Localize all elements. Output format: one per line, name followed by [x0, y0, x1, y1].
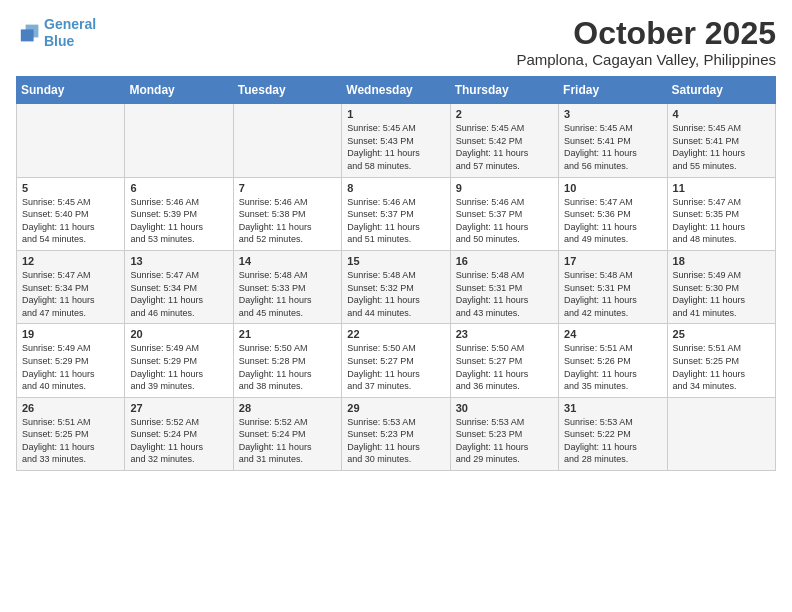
day-number: 5 [22, 182, 119, 194]
day-number: 31 [564, 402, 661, 414]
day-info: Sunrise: 5:53 AM Sunset: 5:23 PM Dayligh… [347, 416, 444, 466]
day-cell: 29Sunrise: 5:53 AM Sunset: 5:23 PM Dayli… [342, 397, 450, 470]
weekday-header-friday: Friday [559, 77, 667, 104]
day-cell: 20Sunrise: 5:49 AM Sunset: 5:29 PM Dayli… [125, 324, 233, 397]
day-info: Sunrise: 5:45 AM Sunset: 5:41 PM Dayligh… [564, 122, 661, 172]
day-cell: 14Sunrise: 5:48 AM Sunset: 5:33 PM Dayli… [233, 250, 341, 323]
day-cell: 15Sunrise: 5:48 AM Sunset: 5:32 PM Dayli… [342, 250, 450, 323]
day-cell: 7Sunrise: 5:46 AM Sunset: 5:38 PM Daylig… [233, 177, 341, 250]
day-info: Sunrise: 5:52 AM Sunset: 5:24 PM Dayligh… [239, 416, 336, 466]
day-cell: 18Sunrise: 5:49 AM Sunset: 5:30 PM Dayli… [667, 250, 775, 323]
week-row-4: 19Sunrise: 5:49 AM Sunset: 5:29 PM Dayli… [17, 324, 776, 397]
day-cell: 27Sunrise: 5:52 AM Sunset: 5:24 PM Dayli… [125, 397, 233, 470]
day-number: 24 [564, 328, 661, 340]
day-number: 20 [130, 328, 227, 340]
weekday-header-wednesday: Wednesday [342, 77, 450, 104]
day-cell: 30Sunrise: 5:53 AM Sunset: 5:23 PM Dayli… [450, 397, 558, 470]
day-cell: 4Sunrise: 5:45 AM Sunset: 5:41 PM Daylig… [667, 104, 775, 177]
day-number: 12 [22, 255, 119, 267]
day-cell: 13Sunrise: 5:47 AM Sunset: 5:34 PM Dayli… [125, 250, 233, 323]
day-number: 27 [130, 402, 227, 414]
day-number: 15 [347, 255, 444, 267]
week-row-1: 1Sunrise: 5:45 AM Sunset: 5:43 PM Daylig… [17, 104, 776, 177]
weekday-header-tuesday: Tuesday [233, 77, 341, 104]
day-cell: 16Sunrise: 5:48 AM Sunset: 5:31 PM Dayli… [450, 250, 558, 323]
week-row-3: 12Sunrise: 5:47 AM Sunset: 5:34 PM Dayli… [17, 250, 776, 323]
day-info: Sunrise: 5:47 AM Sunset: 5:34 PM Dayligh… [130, 269, 227, 319]
weekday-header-saturday: Saturday [667, 77, 775, 104]
day-number: 21 [239, 328, 336, 340]
week-row-5: 26Sunrise: 5:51 AM Sunset: 5:25 PM Dayli… [17, 397, 776, 470]
day-number: 23 [456, 328, 553, 340]
day-info: Sunrise: 5:50 AM Sunset: 5:27 PM Dayligh… [347, 342, 444, 392]
day-info: Sunrise: 5:46 AM Sunset: 5:37 PM Dayligh… [456, 196, 553, 246]
day-number: 6 [130, 182, 227, 194]
day-info: Sunrise: 5:46 AM Sunset: 5:38 PM Dayligh… [239, 196, 336, 246]
day-cell: 3Sunrise: 5:45 AM Sunset: 5:41 PM Daylig… [559, 104, 667, 177]
day-cell: 26Sunrise: 5:51 AM Sunset: 5:25 PM Dayli… [17, 397, 125, 470]
day-cell: 10Sunrise: 5:47 AM Sunset: 5:36 PM Dayli… [559, 177, 667, 250]
day-cell: 31Sunrise: 5:53 AM Sunset: 5:22 PM Dayli… [559, 397, 667, 470]
day-cell: 2Sunrise: 5:45 AM Sunset: 5:42 PM Daylig… [450, 104, 558, 177]
day-cell: 8Sunrise: 5:46 AM Sunset: 5:37 PM Daylig… [342, 177, 450, 250]
day-info: Sunrise: 5:45 AM Sunset: 5:43 PM Dayligh… [347, 122, 444, 172]
day-info: Sunrise: 5:45 AM Sunset: 5:42 PM Dayligh… [456, 122, 553, 172]
day-number: 16 [456, 255, 553, 267]
header: General Blue October 2025 Pamplona, Caga… [16, 16, 776, 68]
day-info: Sunrise: 5:52 AM Sunset: 5:24 PM Dayligh… [130, 416, 227, 466]
day-cell: 1Sunrise: 5:45 AM Sunset: 5:43 PM Daylig… [342, 104, 450, 177]
day-info: Sunrise: 5:51 AM Sunset: 5:25 PM Dayligh… [22, 416, 119, 466]
day-number: 11 [673, 182, 770, 194]
day-info: Sunrise: 5:48 AM Sunset: 5:33 PM Dayligh… [239, 269, 336, 319]
day-info: Sunrise: 5:47 AM Sunset: 5:35 PM Dayligh… [673, 196, 770, 246]
day-number: 4 [673, 108, 770, 120]
weekday-header-sunday: Sunday [17, 77, 125, 104]
day-info: Sunrise: 5:49 AM Sunset: 5:29 PM Dayligh… [22, 342, 119, 392]
day-cell: 23Sunrise: 5:50 AM Sunset: 5:27 PM Dayli… [450, 324, 558, 397]
day-info: Sunrise: 5:53 AM Sunset: 5:23 PM Dayligh… [456, 416, 553, 466]
location-title: Pamplona, Cagayan Valley, Philippines [516, 51, 776, 68]
day-number: 19 [22, 328, 119, 340]
logo-icon [16, 23, 40, 43]
day-number: 29 [347, 402, 444, 414]
day-cell: 22Sunrise: 5:50 AM Sunset: 5:27 PM Dayli… [342, 324, 450, 397]
day-cell: 5Sunrise: 5:45 AM Sunset: 5:40 PM Daylig… [17, 177, 125, 250]
day-info: Sunrise: 5:51 AM Sunset: 5:26 PM Dayligh… [564, 342, 661, 392]
weekday-header-thursday: Thursday [450, 77, 558, 104]
day-info: Sunrise: 5:45 AM Sunset: 5:41 PM Dayligh… [673, 122, 770, 172]
day-number: 2 [456, 108, 553, 120]
day-number: 3 [564, 108, 661, 120]
day-number: 8 [347, 182, 444, 194]
day-number: 22 [347, 328, 444, 340]
day-cell: 21Sunrise: 5:50 AM Sunset: 5:28 PM Dayli… [233, 324, 341, 397]
day-info: Sunrise: 5:45 AM Sunset: 5:40 PM Dayligh… [22, 196, 119, 246]
day-number: 1 [347, 108, 444, 120]
day-number: 10 [564, 182, 661, 194]
day-number: 9 [456, 182, 553, 194]
day-number: 13 [130, 255, 227, 267]
day-cell: 25Sunrise: 5:51 AM Sunset: 5:25 PM Dayli… [667, 324, 775, 397]
day-info: Sunrise: 5:46 AM Sunset: 5:37 PM Dayligh… [347, 196, 444, 246]
day-info: Sunrise: 5:48 AM Sunset: 5:32 PM Dayligh… [347, 269, 444, 319]
day-cell: 24Sunrise: 5:51 AM Sunset: 5:26 PM Dayli… [559, 324, 667, 397]
day-info: Sunrise: 5:47 AM Sunset: 5:34 PM Dayligh… [22, 269, 119, 319]
day-number: 18 [673, 255, 770, 267]
day-cell: 17Sunrise: 5:48 AM Sunset: 5:31 PM Dayli… [559, 250, 667, 323]
day-number: 26 [22, 402, 119, 414]
day-cell [233, 104, 341, 177]
day-cell: 11Sunrise: 5:47 AM Sunset: 5:35 PM Dayli… [667, 177, 775, 250]
day-info: Sunrise: 5:49 AM Sunset: 5:30 PM Dayligh… [673, 269, 770, 319]
week-row-2: 5Sunrise: 5:45 AM Sunset: 5:40 PM Daylig… [17, 177, 776, 250]
logo: General Blue [16, 16, 96, 50]
day-cell: 28Sunrise: 5:52 AM Sunset: 5:24 PM Dayli… [233, 397, 341, 470]
day-info: Sunrise: 5:48 AM Sunset: 5:31 PM Dayligh… [564, 269, 661, 319]
day-cell [17, 104, 125, 177]
day-cell: 6Sunrise: 5:46 AM Sunset: 5:39 PM Daylig… [125, 177, 233, 250]
day-info: Sunrise: 5:51 AM Sunset: 5:25 PM Dayligh… [673, 342, 770, 392]
day-info: Sunrise: 5:50 AM Sunset: 5:27 PM Dayligh… [456, 342, 553, 392]
day-info: Sunrise: 5:46 AM Sunset: 5:39 PM Dayligh… [130, 196, 227, 246]
day-cell: 12Sunrise: 5:47 AM Sunset: 5:34 PM Dayli… [17, 250, 125, 323]
weekday-header-monday: Monday [125, 77, 233, 104]
month-title: October 2025 [516, 16, 776, 51]
day-info: Sunrise: 5:50 AM Sunset: 5:28 PM Dayligh… [239, 342, 336, 392]
